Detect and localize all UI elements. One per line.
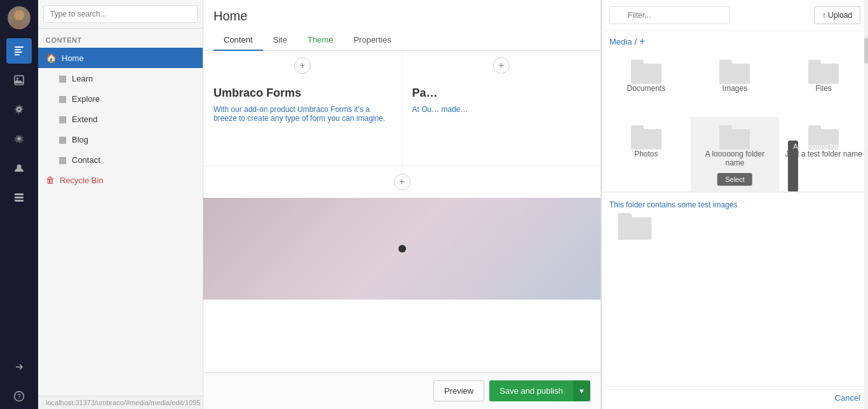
sidebar-item-contact[interactable]: ▦ Contact bbox=[38, 149, 203, 170]
nav-content-icon[interactable] bbox=[6, 38, 32, 64]
svg-text:?: ? bbox=[17, 393, 21, 400]
sidebar-item-blog[interactable]: ▦ Blog bbox=[38, 129, 203, 149]
svg-rect-2 bbox=[15, 46, 24, 48]
media-folder-images[interactable]: Images bbox=[691, 52, 780, 117]
nav-settings-icon[interactable] bbox=[6, 97, 32, 122]
page-icon-learn: ▦ bbox=[58, 73, 67, 83]
sidebar-item-extend[interactable]: ▦ Extend bbox=[38, 109, 203, 129]
breadcrumb-add[interactable]: + bbox=[639, 36, 645, 46]
add-button-top-1[interactable]: + bbox=[294, 57, 311, 74]
media-folder-looong[interactable]: A looooong folder name Select A looooong… bbox=[691, 117, 780, 191]
editor-header: Home Content Site Theme Properties bbox=[203, 0, 600, 51]
folder-label-looong: A looooong folder name bbox=[696, 149, 774, 167]
folder-icon-photos bbox=[631, 125, 661, 149]
folder-icon-files bbox=[808, 60, 839, 84]
svg-point-0 bbox=[14, 10, 24, 20]
card-text-1: With our add-on product Umbraco Forms it… bbox=[214, 105, 391, 123]
page-icon-extend: ▦ bbox=[58, 114, 67, 124]
page-icon-blog: ▦ bbox=[58, 134, 67, 144]
add-button-middle[interactable]: + bbox=[394, 174, 410, 190]
media-folder-files[interactable]: Files bbox=[779, 52, 868, 117]
image-element bbox=[398, 245, 406, 253]
svg-rect-10 bbox=[15, 193, 24, 195]
breadcrumb-media[interactable]: Media bbox=[609, 37, 632, 46]
page-title: Home bbox=[214, 9, 590, 24]
svg-point-1 bbox=[10, 20, 28, 29]
media-breadcrumb: Media / + bbox=[602, 31, 868, 52]
save-publish-caret[interactable]: ▾ bbox=[573, 380, 590, 401]
media-footer: Cancel bbox=[602, 386, 868, 409]
folder-label-photos: Photos bbox=[634, 149, 658, 158]
folder-label-documents: Documents bbox=[627, 84, 665, 93]
upload-button[interactable]: ↑ Upload bbox=[814, 6, 860, 24]
nav-list-icon[interactable] bbox=[6, 184, 32, 210]
nav-deploy-icon[interactable] bbox=[6, 354, 32, 380]
url-bar: localhost:31373/umbraco/#media/media/edi… bbox=[38, 396, 203, 409]
media-grid: Documents Images Files Photos A looooong… bbox=[602, 52, 868, 192]
recycle-icon: 🗑 bbox=[46, 175, 55, 185]
media-folder-documents[interactable]: Documents bbox=[602, 52, 691, 117]
nav-media-icon[interactable] bbox=[6, 67, 32, 93]
cancel-button[interactable]: Cancel bbox=[835, 393, 860, 403]
scrollbar[interactable] bbox=[864, 0, 868, 409]
card-title-1: Umbraco Forms bbox=[214, 87, 391, 100]
media-folder-test[interactable]: Just a test folder name bbox=[779, 117, 868, 191]
folder-icon-documents bbox=[631, 60, 661, 84]
svg-rect-3 bbox=[15, 49, 21, 50]
subfolder-icon bbox=[618, 213, 652, 240]
avatar[interactable] bbox=[8, 6, 31, 29]
folder-label-images: Images bbox=[722, 84, 747, 93]
search-input[interactable] bbox=[43, 5, 198, 23]
page-icon-explore: ▦ bbox=[58, 94, 67, 104]
sidebar-item-learn-label: Learn bbox=[72, 74, 93, 83]
tab-theme[interactable]: Theme bbox=[297, 30, 343, 51]
hero-image bbox=[203, 198, 600, 300]
editor-tabs: Content Site Theme Properties bbox=[214, 30, 590, 50]
sidebar-item-recycle[interactable]: 🗑 Recycle Bin bbox=[38, 170, 203, 190]
sidebar-item-explore[interactable]: ▦ Explore bbox=[38, 88, 203, 109]
filter-wrap: 🔍 bbox=[609, 6, 809, 24]
sidebar-item-home-label: Home bbox=[62, 53, 84, 63]
folder-icon-looong bbox=[719, 125, 750, 149]
sidebar-item-extend-label: Extend bbox=[72, 114, 97, 124]
svg-rect-11 bbox=[15, 197, 24, 198]
add-button-top-2[interactable]: + bbox=[493, 57, 510, 74]
sidebar: CONTENT 🏠 Home ▦ Learn ▦ Explore ▦ Exten… bbox=[38, 0, 203, 409]
folder-label-test: Just a test folder name bbox=[785, 149, 862, 158]
editor-footer: Preview Save and publish ▾ bbox=[203, 372, 600, 409]
subfolder-item[interactable] bbox=[609, 214, 660, 239]
select-button[interactable]: Select bbox=[717, 173, 752, 186]
home-icon: 🏠 bbox=[46, 53, 57, 63]
save-publish-button[interactable]: Save and publish bbox=[489, 380, 573, 401]
nav-bar: ? bbox=[0, 0, 38, 409]
preview-button[interactable]: Preview bbox=[433, 380, 484, 401]
card-title-2: Pa… bbox=[412, 87, 591, 100]
card-text-2: At Ou… made… bbox=[412, 105, 591, 114]
media-folder-photos[interactable]: Photos bbox=[602, 117, 691, 191]
folder-icon-test bbox=[808, 125, 839, 149]
page-icon-contact: ▦ bbox=[58, 155, 67, 165]
nav-gear-icon[interactable] bbox=[6, 126, 32, 151]
main-editor: Home Content Site Theme Properties + Umb… bbox=[203, 0, 601, 409]
content-grid: + Umbraco Forms With our add-on product … bbox=[203, 51, 600, 166]
nav-users-icon[interactable] bbox=[6, 155, 32, 181]
add-button-row: + bbox=[203, 166, 600, 198]
media-panel: 🔍 ↑ Upload Media / + Documents Images Fi… bbox=[601, 0, 868, 409]
sidebar-item-contact-label: Contact bbox=[72, 155, 100, 165]
breadcrumb-separator: / bbox=[634, 37, 637, 46]
media-subfolder-area: This folder contains some test images bbox=[602, 192, 868, 246]
sidebar-item-home[interactable]: 🏠 Home bbox=[38, 48, 203, 68]
subfolder-description: This folder contains some test images bbox=[609, 200, 860, 209]
svg-point-7 bbox=[17, 78, 18, 80]
sidebar-item-learn[interactable]: ▦ Learn bbox=[38, 68, 203, 88]
editor-content: + Umbraco Forms With our add-on product … bbox=[203, 51, 600, 372]
tab-site[interactable]: Site bbox=[263, 30, 297, 51]
svg-rect-4 bbox=[15, 52, 22, 53]
tab-properties[interactable]: Properties bbox=[343, 30, 401, 51]
sidebar-item-explore-label: Explore bbox=[72, 94, 100, 104]
scrollbar-thumb bbox=[864, 38, 868, 64]
tab-content[interactable]: Content bbox=[214, 30, 263, 51]
nav-help-icon[interactable]: ? bbox=[6, 384, 32, 409]
sidebar-item-blog-label: Blog bbox=[72, 135, 88, 144]
filter-input[interactable] bbox=[609, 6, 730, 24]
